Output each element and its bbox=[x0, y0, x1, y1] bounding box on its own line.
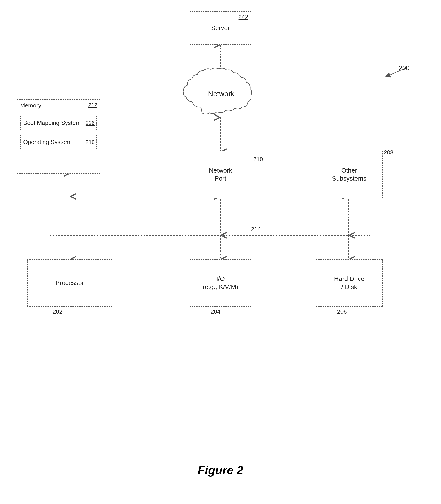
io-label: I/O (e.g., K/V/M) bbox=[203, 275, 238, 291]
other-subsystems-box: Other Subsystems bbox=[316, 151, 382, 198]
boot-mapping-label: Boot Mapping System bbox=[23, 119, 80, 127]
memory-ref: 212 bbox=[88, 102, 97, 108]
other-subsystems-label: Other Subsystems bbox=[332, 166, 366, 183]
server-label: Server bbox=[211, 24, 230, 32]
memory-outer-box: Memory 212 Boot Mapping System 226 Opera… bbox=[17, 99, 100, 174]
network-label: Network bbox=[181, 90, 262, 98]
network-port-label: Network Port bbox=[209, 166, 232, 183]
boot-mapping-ref: 226 bbox=[86, 120, 96, 126]
ref-204: — 204 bbox=[203, 308, 220, 315]
operating-system-label: Operating System bbox=[23, 139, 70, 146]
io-box: I/O (e.g., K/V/M) bbox=[189, 259, 252, 307]
server-ref: 242 bbox=[238, 14, 248, 20]
boot-mapping-box: Boot Mapping System 226 bbox=[20, 116, 97, 130]
ref-200-arrow bbox=[372, 63, 413, 81]
ref-206: — 206 bbox=[330, 308, 347, 315]
hard-drive-label: Hard Drive / Disk bbox=[334, 275, 364, 291]
ref-210: 210 bbox=[253, 156, 263, 163]
ref-202: — 202 bbox=[45, 308, 63, 315]
ref-214: 214 bbox=[251, 226, 261, 233]
memory-outer-label: Memory bbox=[20, 102, 41, 109]
operating-system-ref: 216 bbox=[86, 139, 96, 146]
figure-caption: Figure 2 bbox=[0, 463, 441, 477]
ref-208: 208 bbox=[384, 149, 393, 156]
network-cloud: Network bbox=[181, 67, 262, 121]
svg-line-15 bbox=[386, 68, 406, 77]
hard-drive-box: Hard Drive / Disk bbox=[316, 259, 382, 307]
server-box: Server 242 bbox=[189, 11, 252, 45]
processor-label: Processor bbox=[56, 279, 84, 287]
diagram-container: Server 242 Network 200 Network Port 210 … bbox=[0, 0, 441, 504]
processor-box: Processor bbox=[27, 259, 112, 307]
operating-system-box: Operating System 216 bbox=[20, 135, 97, 149]
network-port-box: Network Port bbox=[189, 151, 252, 198]
